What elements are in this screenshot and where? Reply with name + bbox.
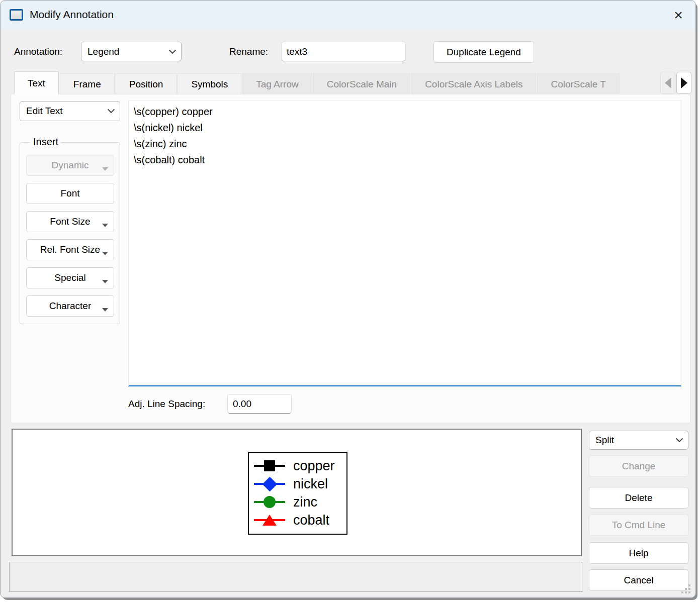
adj-line-spacing-label: Adj. Line Spacing:: [128, 398, 205, 410]
insert-character-button[interactable]: Character: [26, 295, 114, 317]
rename-label: Rename:: [229, 46, 268, 57]
legend-entry-label: zinc: [293, 494, 317, 510]
legend-entry-label: copper: [293, 458, 335, 474]
adj-line-spacing-input[interactable]: [227, 394, 292, 414]
menu-arrow-icon: [102, 167, 108, 171]
tab-colorscale-t: ColorScale T: [537, 73, 619, 94]
insert-button-label: Font: [60, 188, 79, 199]
duplicate-legend-button[interactable]: Duplicate Legend: [433, 41, 534, 63]
tab-scroll-left-button: [660, 72, 675, 94]
close-icon: ×: [674, 7, 683, 24]
menu-arrow-icon: [102, 224, 108, 227]
tab-symbols[interactable]: Symbols: [178, 73, 241, 94]
legend-entry-label: nickel: [293, 476, 328, 492]
close-button[interactable]: ×: [668, 6, 688, 25]
legend-entry: copper: [254, 457, 340, 475]
change-button: Change: [589, 455, 688, 477]
annotation-select-value: Legend: [88, 46, 119, 57]
split-select[interactable]: Split: [589, 431, 688, 450]
tab-colorscale-axis-labels: ColorScale Axis Labels: [411, 73, 536, 94]
help-button[interactable]: Help: [589, 542, 688, 564]
tab-frame[interactable]: Frame: [60, 73, 115, 94]
delete-button[interactable]: Delete: [589, 487, 688, 509]
tab-colorscale-main: ColorScale Main: [313, 73, 410, 94]
right-arrow-icon: [681, 77, 687, 88]
annotation-preview-panel: coppernickelzinccobalt: [12, 429, 582, 556]
to-cmd-line-button: To Cmd Line: [589, 514, 688, 536]
menu-arrow-icon: [102, 252, 108, 255]
tab-strip: TextFramePositionSymbolsTag ArrowColorSc…: [14, 71, 660, 94]
insert-group-label: Insert: [30, 136, 61, 148]
app-window-icon: [10, 9, 23, 21]
window-title: Modify Annotation: [30, 9, 114, 21]
insert-rel-font-size-button[interactable]: Rel. Font Size: [26, 239, 114, 260]
legend-marker-square-icon: [254, 458, 285, 473]
chevron-down-icon: [169, 47, 176, 54]
resize-grip[interactable]: [681, 584, 690, 593]
split-select-value: Split: [595, 435, 614, 446]
legend-marker-diamond-icon: [254, 476, 285, 491]
cancel-button[interactable]: Cancel: [589, 569, 688, 591]
legend-entry: zinc: [254, 493, 340, 511]
insert-group: Insert DynamicFontFont SizeRel. Font Siz…: [20, 142, 120, 324]
rename-input[interactable]: [281, 42, 406, 61]
insert-button-label: Character: [49, 300, 91, 312]
edit-mode-select[interactable]: Edit Text: [20, 101, 120, 121]
insert-font-button[interactable]: Font: [26, 183, 114, 204]
edit-mode-value: Edit Text: [26, 106, 63, 117]
text-tab-panel: Edit Text Insert DynamicFontFont SizeRel…: [11, 94, 690, 423]
tab-text[interactable]: Text: [14, 71, 59, 94]
annotation-select[interactable]: Legend: [81, 42, 182, 61]
titlebar: Modify Annotation ×: [1, 1, 695, 30]
legend-marker-triangle-icon: [254, 513, 285, 528]
insert-dynamic-button: Dynamic: [26, 155, 114, 176]
legend-entry: nickel: [254, 475, 340, 493]
legend-preview: coppernickelzinccobalt: [248, 452, 347, 535]
insert-button-label: Dynamic: [52, 160, 89, 171]
tab-tag-arrow: Tag Arrow: [242, 73, 312, 94]
insert-button-label: Special: [54, 272, 85, 283]
insert-button-label: Rel. Font Size: [40, 244, 100, 255]
command-preview-panel: [9, 562, 582, 592]
modify-annotation-dialog: Modify Annotation × Annotation: Legend R…: [0, 0, 696, 598]
legend-entry: cobalt: [254, 511, 340, 529]
insert-font-size-button[interactable]: Font Size: [26, 211, 114, 232]
chevron-down-icon: [676, 435, 683, 442]
annotation-label: Annotation:: [14, 46, 62, 57]
legend-entry-label: cobalt: [293, 513, 329, 528]
left-arrow-icon: [665, 77, 671, 88]
menu-arrow-icon: [102, 308, 108, 312]
tab-position[interactable]: Position: [116, 73, 177, 94]
insert-special-button[interactable]: Special: [26, 267, 114, 288]
insert-button-label: Font Size: [50, 216, 90, 227]
legend-marker-circle-icon: [254, 494, 285, 510]
menu-arrow-icon: [102, 280, 108, 283]
tab-scroll-right-button[interactable]: [676, 72, 691, 94]
chevron-down-icon: [108, 106, 115, 113]
annotation-text-area[interactable]: \s(copper) copper \s(nickel) nickel \s(z…: [128, 100, 681, 386]
